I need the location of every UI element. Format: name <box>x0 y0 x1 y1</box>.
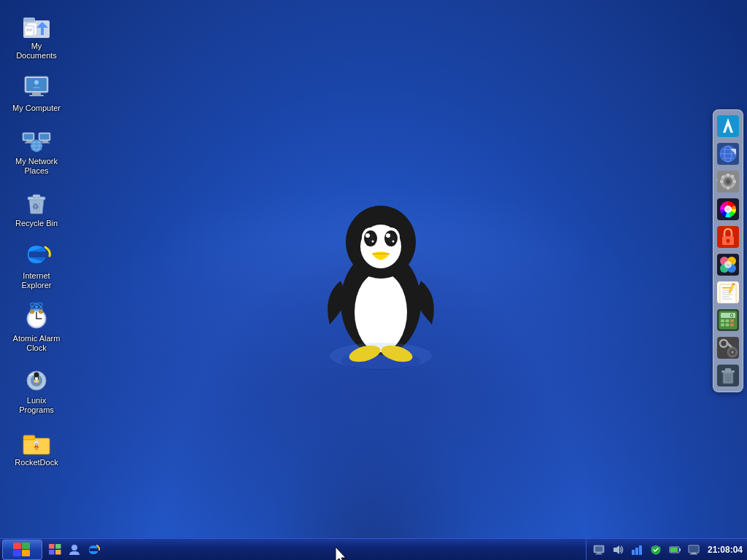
svg-rect-30 <box>33 195 40 198</box>
taskbar-quick-launch <box>47 542 101 558</box>
dock-item-utilities[interactable] <box>715 335 741 361</box>
svg-rect-129 <box>726 324 729 327</box>
my-documents-label: My Documents <box>10 42 63 61</box>
desktop-icon-rocketdock[interactable]: RocketDock <box>7 424 66 470</box>
svg-rect-164 <box>670 548 678 552</box>
svg-rect-15 <box>24 133 34 139</box>
svg-rect-130 <box>730 324 734 327</box>
tray-icon-battery[interactable] <box>667 542 683 558</box>
svg-rect-147 <box>13 550 21 556</box>
svg-rect-152 <box>55 550 61 555</box>
svg-rect-163 <box>679 548 681 551</box>
svg-point-50 <box>34 372 39 377</box>
taskbar-icon-windows[interactable] <box>47 542 63 558</box>
recycle-bin-icon: ♻ <box>22 187 51 217</box>
svg-rect-166 <box>689 546 698 552</box>
dock-item-system-prefs[interactable] <box>715 168 741 195</box>
svg-rect-141 <box>725 368 731 371</box>
system-tray: 21:08:04 <box>586 539 747 561</box>
svg-rect-4 <box>25 26 34 36</box>
svg-rect-155 <box>595 546 603 551</box>
dock-item-notepad[interactable] <box>715 279 741 306</box>
svg-rect-159 <box>632 550 635 555</box>
rocketdock-icon <box>22 427 51 456</box>
svg-rect-11 <box>32 93 41 95</box>
svg-rect-123 <box>721 313 735 318</box>
atomic-alarm-clock-label: Atomic Alarm Clock <box>10 334 63 353</box>
svg-rect-55 <box>36 443 38 446</box>
svg-point-60 <box>355 272 407 352</box>
svg-rect-90 <box>727 187 729 190</box>
svg-rect-145 <box>13 542 21 549</box>
svg-rect-149 <box>49 544 55 549</box>
svg-rect-111 <box>720 284 736 303</box>
dock-item-art-tool[interactable] <box>715 252 741 278</box>
svg-line-33 <box>39 202 40 211</box>
tray-icon-network2[interactable] <box>629 542 645 558</box>
tray-icon-shield[interactable] <box>648 542 664 558</box>
svg-point-76 <box>330 343 432 369</box>
svg-rect-127 <box>730 319 734 322</box>
svg-rect-146 <box>22 542 30 549</box>
svg-rect-157 <box>595 553 603 554</box>
svg-text:0: 0 <box>730 313 733 318</box>
dock-item-network[interactable] <box>715 141 741 167</box>
svg-rect-160 <box>635 548 638 555</box>
dock-item-security[interactable] <box>715 224 741 250</box>
desktop-icon-internet-explorer[interactable]: Internet Explorer <box>7 237 66 293</box>
svg-point-72 <box>392 241 395 243</box>
svg-rect-148 <box>22 550 30 556</box>
svg-rect-156 <box>597 553 601 554</box>
desktop-icon-lunix-programs[interactable]: Lunix Programs <box>7 362 66 418</box>
tray-icon-volume[interactable] <box>610 542 626 558</box>
svg-rect-151 <box>49 550 55 555</box>
svg-rect-54 <box>23 435 35 440</box>
svg-rect-161 <box>639 545 642 555</box>
taskbar-icon-user[interactable] <box>66 542 82 558</box>
svg-rect-19 <box>40 133 50 139</box>
dock-item-trash[interactable] <box>715 362 741 389</box>
desktop: My Documents My Computer <box>0 0 747 560</box>
svg-rect-128 <box>721 324 724 327</box>
svg-point-153 <box>71 545 77 551</box>
internet-explorer-label: Internet Explorer <box>10 271 63 290</box>
svg-rect-150 <box>55 544 61 549</box>
svg-rect-92 <box>733 181 736 183</box>
desktop-icon-my-network-places[interactable]: My Network Places <box>7 122 66 179</box>
system-clock[interactable]: 21:08:04 <box>708 545 743 555</box>
svg-rect-89 <box>727 174 729 176</box>
svg-rect-91 <box>720 181 723 183</box>
taskbar: 21:08:04 <box>0 538 747 560</box>
internet-explorer-icon <box>22 240 51 269</box>
svg-marker-158 <box>614 545 619 554</box>
tux-penguin <box>315 168 446 375</box>
desktop-icon-my-computer[interactable]: My Computer <box>7 69 66 116</box>
svg-rect-103 <box>727 241 729 244</box>
svg-rect-168 <box>690 553 697 554</box>
atomic-alarm-clock-icon <box>22 303 51 332</box>
tray-icon-monitor[interactable] <box>591 542 607 558</box>
recycle-bin-label: Recycle Bin <box>15 219 58 228</box>
my-network-places-label: My Network Places <box>10 157 63 176</box>
svg-point-137 <box>731 351 734 354</box>
desktop-icon-recycle-bin[interactable]: ♻ Recycle Bin <box>7 184 66 231</box>
svg-line-142 <box>726 374 727 381</box>
desktop-icon-atomic-alarm-clock[interactable]: Atomic Alarm Clock <box>7 300 66 356</box>
dock-item-calculator[interactable]: 0 <box>715 307 741 333</box>
my-computer-label: My Computer <box>12 104 61 113</box>
svg-rect-1 <box>23 18 35 22</box>
my-documents-icon <box>22 10 51 39</box>
svg-point-99 <box>726 207 730 211</box>
svg-point-66 <box>365 233 370 238</box>
svg-point-71 <box>386 233 390 238</box>
svg-rect-167 <box>692 553 696 554</box>
desktop-icon-my-documents[interactable]: My Documents <box>7 7 66 63</box>
dock-item-color-picker[interactable] <box>715 196 741 222</box>
tray-icon-display[interactable] <box>686 542 702 558</box>
taskbar-icon-ie[interactable] <box>85 542 101 558</box>
svg-rect-20 <box>42 141 48 142</box>
dock-item-arch[interactable] <box>715 113 741 139</box>
lunix-programs-label: Lunix Programs <box>10 396 63 415</box>
svg-point-44 <box>35 306 38 308</box>
start-button[interactable] <box>2 540 42 560</box>
